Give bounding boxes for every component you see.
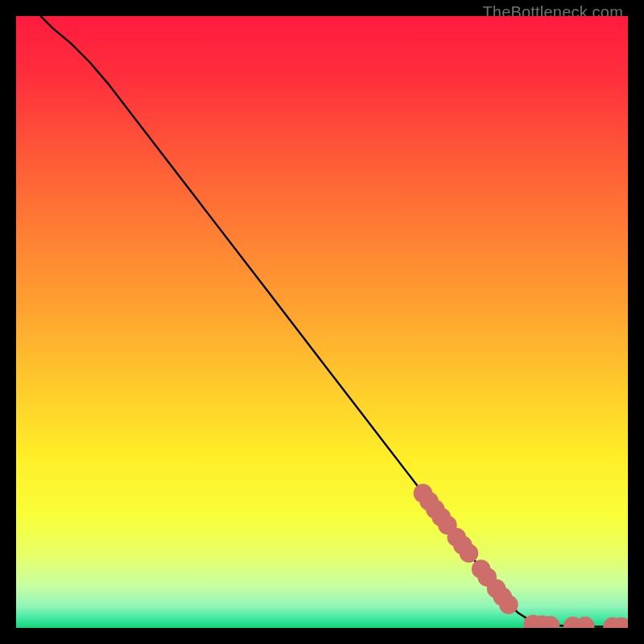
plot-background [16, 16, 628, 628]
marker-dot [499, 595, 518, 614]
marker-dot [460, 544, 479, 564]
chart-frame [16, 16, 628, 628]
chart-svg [16, 16, 628, 628]
